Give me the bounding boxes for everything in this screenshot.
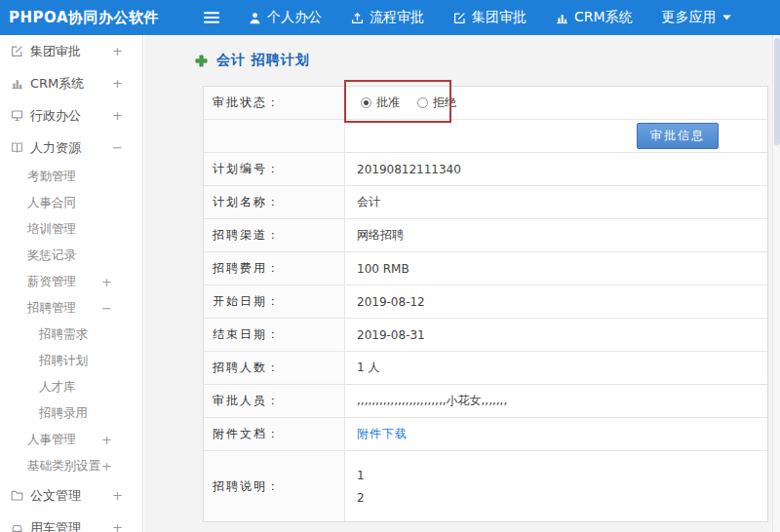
nav-label: 个人办公	[267, 9, 322, 26]
sidebar-item-admin-office[interactable]: 行政办公+	[0, 99, 142, 132]
add-icon[interactable]	[195, 55, 208, 67]
radio-selected-dot	[364, 100, 369, 105]
chart-icon	[556, 12, 568, 24]
main-content: 会计 招聘计划 审批状态： 批准拒绝 审批信息 计划编号：20190812111…	[144, 35, 772, 532]
nav-crm-system[interactable]: CRM系统	[556, 9, 633, 26]
nav-label: 集团审批	[472, 9, 526, 26]
expand-icon[interactable]: +	[112, 77, 123, 90]
sidebar-item-personnel-management[interactable]: 人事管理+	[0, 427, 142, 453]
sidebar-item-attendance-management[interactable]: 考勤管理	[0, 164, 142, 190]
field-label: 招聘费用：	[204, 252, 345, 285]
sidebar-item-basic-category-settings[interactable]: 基础类别设置+	[0, 453, 142, 479]
expand-icon[interactable]: +	[101, 434, 112, 446]
field-row-plan-name: 计划名称：会计	[204, 186, 767, 219]
collapse-icon[interactable]: −	[101, 302, 112, 315]
field-row-approvers: 审批人员：,,,,,,,,,,,,,,,,,,,,,,,,小花女,,,,,,,	[204, 385, 767, 418]
field-label: 计划编号：	[204, 153, 345, 185]
expand-icon[interactable]: +	[101, 276, 112, 288]
field-value: 网络招聘	[345, 219, 767, 251]
expand-icon[interactable]: +	[112, 489, 123, 502]
approval-info-button[interactable]: 审批信息	[637, 123, 719, 149]
radio-approve-control[interactable]	[361, 97, 371, 108]
radio-reject-control[interactable]	[417, 97, 428, 108]
plan-detail-table: 审批状态： 批准拒绝 审批信息 计划编号：20190812111340计划名称：…	[203, 86, 768, 522]
field-row-end-date: 结束日期：2019-08-31	[204, 319, 767, 352]
approval-status-radio-group: 批准拒绝	[345, 87, 767, 119]
collapse-icon[interactable]: −	[112, 141, 123, 154]
field-rows: 计划编号：20190812111340计划名称：会计招聘渠道：网络招聘招聘费用：…	[204, 153, 767, 521]
sidebar-item-label: 公文管理	[30, 487, 81, 505]
sidebar-item-document-management[interactable]: 公文管理+	[0, 479, 142, 512]
sidebar-item-label: CRM系统	[30, 75, 84, 93]
sidebar-item-recruitment-hiring[interactable]: 招聘录用	[0, 400, 142, 427]
sidebar-item-label: 考勤管理	[27, 169, 76, 185]
attachment-download-link[interactable]: 附件下载	[357, 426, 408, 442]
field-row-recruitment-headcount: 招聘人数：1 人	[204, 352, 767, 385]
sidebar-item-vehicle-management[interactable]: 用车管理+	[0, 512, 142, 532]
sidebar-item-reward-punishment-records[interactable]: 奖惩记录	[0, 243, 142, 269]
expand-icon[interactable]: +	[112, 109, 123, 122]
sidebar-item-personnel-contract[interactable]: 人事合同	[0, 190, 142, 216]
field-row-attachment: 附件文档：附件下载	[204, 418, 767, 451]
sidebar-item-label: 行政办公	[30, 107, 81, 125]
nav-more-apps[interactable]: 更多应用	[662, 9, 731, 26]
field-value: 2019-08-12	[345, 285, 767, 318]
expand-icon[interactable]: +	[101, 460, 112, 473]
topbar: PHPOA协同办公软件 个人办公流程审批集团审批CRM系统更多应用	[0, 0, 780, 35]
book-icon	[11, 141, 23, 154]
field-row-start-date: 开始日期：2019-08-12	[204, 285, 767, 319]
sidebar-item-recruitment-management[interactable]: 招聘管理−	[0, 295, 142, 322]
field-label: 结束日期：	[204, 319, 345, 351]
menu-icon	[204, 11, 219, 24]
sidebar-item-recruitment-demand[interactable]: 招聘需求	[0, 322, 142, 348]
sidebar-item-human-resources[interactable]: 人力资源−	[0, 132, 142, 164]
sidebar-item-salary-management[interactable]: 薪资管理+	[0, 269, 142, 295]
folder-icon	[11, 489, 23, 502]
nav-personal-office[interactable]: 个人办公	[249, 9, 322, 26]
radio-reject[interactable]: 拒绝	[417, 95, 456, 111]
expand-icon[interactable]: +	[112, 45, 123, 57]
expand-icon[interactable]: +	[112, 521, 123, 532]
field-value: 会计	[345, 186, 767, 218]
scrollbar-thumb[interactable]	[774, 38, 780, 145]
car-icon	[11, 521, 23, 532]
sidebar-item-training-management[interactable]: 培训管理	[0, 216, 142, 243]
app-logo[interactable]: PHPOA协同办公软件	[0, 9, 159, 27]
sidebar-item-label: 集团审批	[30, 43, 81, 60]
sidebar-item-talent-pool[interactable]: 人才库	[0, 374, 142, 400]
field-label: 审批人员：	[204, 385, 345, 417]
sidebar-item-label: 人事合同	[27, 195, 76, 211]
field-label-empty	[204, 120, 345, 152]
sidebar-item-label: 培训管理	[27, 221, 76, 238]
field-row-recruitment-notes: 招聘说明：12	[204, 451, 767, 521]
page-header: 会计 招聘计划	[144, 35, 772, 69]
field-value: 1 人	[345, 352, 767, 384]
vertical-scrollbar[interactable]	[772, 35, 780, 532]
nav-label: 流程审批	[370, 9, 424, 26]
sidebar-item-label: 招聘管理	[27, 300, 76, 317]
sidebar-item-label: 人力资源	[30, 139, 81, 157]
edit-icon	[453, 12, 466, 24]
sidebar-item-label: 招聘计划	[39, 353, 88, 369]
person-icon	[249, 12, 261, 24]
field-label: 招聘人数：	[204, 352, 345, 384]
nav-menu-toggle[interactable]	[204, 11, 219, 24]
sidebar-item-group-approval[interactable]: 集团审批+	[0, 35, 142, 67]
field-label: 招聘说明：	[204, 451, 345, 521]
field-value: 100 RMB	[345, 252, 767, 285]
field-value-line: 1	[357, 469, 365, 482]
field-row-recruitment-cost: 招聘费用：100 RMB	[204, 252, 767, 285]
field-label: 附件文档：	[204, 418, 345, 450]
sidebar: 集团审批+CRM系统+行政办公+人力资源−考勤管理人事合同培训管理奖惩记录薪资管…	[0, 35, 143, 532]
approval-info-row: 审批信息	[204, 120, 767, 153]
field-label: 招聘渠道：	[204, 219, 345, 251]
field-value: 12	[345, 451, 767, 521]
nav-label: 更多应用	[662, 9, 717, 26]
nav-process-approval[interactable]: 流程审批	[351, 9, 424, 26]
sidebar-item-recruitment-plan[interactable]: 招聘计划	[0, 348, 142, 374]
radio-approve[interactable]: 批准	[361, 95, 400, 111]
field-value-line: 2	[357, 491, 365, 505]
nav-group-approval[interactable]: 集团审批	[453, 9, 526, 26]
sidebar-item-crm-system[interactable]: CRM系统+	[0, 67, 142, 99]
sidebar-item-label: 基础类别设置	[27, 458, 100, 475]
